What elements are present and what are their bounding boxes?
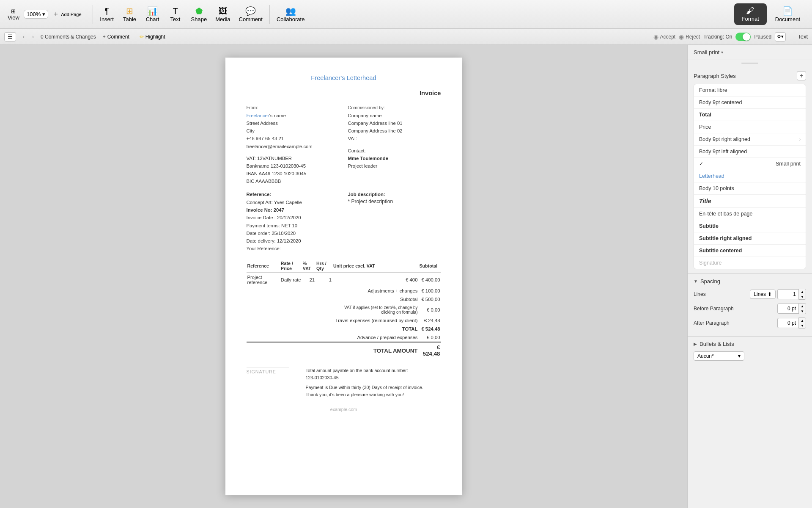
insert-icon: ¶	[104, 6, 109, 16]
chevron-right-icon: ›	[799, 137, 801, 142]
vat-note: VAT if applies (set to zero%, change by …	[332, 304, 418, 316]
after-paragraph-row: After Paragraph ▲ ▼	[694, 318, 806, 329]
zoom-control[interactable]: 100% ▾	[24, 10, 48, 19]
style-label: Subtitle centered	[699, 248, 742, 254]
lines-increment[interactable]: ▲	[799, 289, 806, 294]
lines-select-value: Lines	[754, 291, 766, 297]
style-subtitle[interactable]: Subtitle	[694, 220, 806, 232]
style-total[interactable]: Total	[694, 109, 806, 121]
text-panel-label: Text	[798, 33, 808, 40]
style-en-tete[interactable]: En-tête et bas de page	[694, 208, 806, 220]
reject-button[interactable]: ◉ Reject	[679, 33, 700, 40]
collaborate-label: Collaborate	[277, 16, 305, 22]
style-letterhead[interactable]: Letterhead	[694, 170, 806, 182]
document-canvas: Freelancer's Letterhead Invoice From: Fr…	[0, 45, 687, 508]
format-icon: 🖌	[746, 6, 754, 16]
before-paragraph-row: Before Paragraph ▲ ▼	[694, 303, 806, 314]
after-increment[interactable]: ▲	[799, 318, 806, 323]
company-address: Company name Company Address line 01 Com…	[348, 112, 441, 143]
after-paragraph-input[interactable]	[777, 318, 798, 328]
document-icon: 📄	[782, 6, 793, 16]
after-paragraph-label: After Paragraph	[694, 320, 730, 326]
after-paragraph-buttons: ▲ ▼	[798, 318, 806, 329]
highlight-label: Highlight	[145, 34, 165, 40]
style-body-10[interactable]: Body 10 points	[694, 182, 806, 195]
bullets-title: Bullets & Lists	[700, 341, 734, 347]
before-decrement[interactable]: ▼	[799, 309, 806, 314]
contact-name: Mme Toulemonde	[348, 155, 441, 162]
accept-button[interactable]: ◉ Accept	[653, 33, 676, 40]
add-page-button[interactable]: ＋ Add Page	[49, 8, 85, 20]
shape-button[interactable]: ⬟ Shape	[188, 4, 211, 24]
before-paragraph-input[interactable]	[777, 304, 798, 314]
style-dropdown[interactable]: Small print ▾	[694, 49, 723, 55]
sidebar-toggle[interactable]: ☰	[4, 32, 16, 41]
contact-label: Contact:	[348, 147, 441, 155]
style-label: Body 10 points	[699, 185, 734, 191]
spacing-header[interactable]: ▼ Spacing	[694, 278, 806, 284]
name-suffix: 's name	[269, 113, 286, 118]
format-button[interactable]: 🖌 Format	[734, 3, 767, 25]
style-label: Small print	[776, 161, 801, 167]
document-button[interactable]: 📄 Document	[768, 3, 808, 25]
vat-row: VAT if applies (set to zero%, change by …	[247, 304, 441, 316]
style-small-print[interactable]: Small print	[694, 158, 806, 170]
highlight-button[interactable]: ✏ Highlight	[136, 33, 169, 41]
ref-job-columns: Reference: Concept Art: Yves Capelle Inv…	[247, 192, 441, 252]
chart-button[interactable]: 📊 Chart	[142, 4, 163, 24]
iban: IBAN AA46 1230 1020 3045	[247, 170, 340, 177]
view-icon: ⊞	[11, 8, 16, 14]
style-body-9pt-right[interactable]: Body 9pt right aligned › Body 9pt right …	[694, 133, 806, 146]
style-body-9pt-centered[interactable]: Body 9pt centered	[694, 97, 806, 109]
settings-button[interactable]: ⚙▾	[775, 32, 786, 41]
bullets-select[interactable]: Aucun* ▾	[694, 351, 744, 361]
lines-select[interactable]: Lines ⬆	[750, 290, 776, 299]
nav-prev[interactable]: ‹	[19, 33, 28, 41]
format-label: Format	[742, 16, 759, 22]
th-qty: Hrs / Qty	[315, 259, 332, 273]
date-order: Date order: 25/10/2020	[247, 229, 340, 237]
table-row: Project reference Daily rate 21 1 € 400 …	[247, 273, 441, 287]
table-button[interactable]: ⊞ Table	[119, 4, 140, 24]
style-title[interactable]: Title	[694, 195, 806, 208]
company-addr2: Company Address line 02	[348, 127, 441, 135]
subtotal-row: Subtotal € 500,00	[247, 295, 441, 304]
style-signature[interactable]: Signature	[694, 257, 806, 269]
bullets-select-arrow: ▾	[738, 353, 741, 359]
add-style-icon: +	[799, 72, 803, 80]
media-button[interactable]: 🖼 Media	[212, 5, 233, 24]
before-increment[interactable]: ▲	[799, 304, 806, 309]
payment-note1: Payment is Due within thirty (30) Days o…	[306, 384, 441, 391]
nav-next[interactable]: ›	[29, 33, 37, 41]
after-paragraph-stepper: ▲ ▼	[777, 318, 806, 329]
collaborate-button[interactable]: 👥 Collaborate	[273, 4, 308, 24]
paragraph-styles-title: Paragraph Styles	[694, 73, 736, 79]
spacing-title: Spacing	[700, 278, 720, 284]
add-style-button[interactable]: +	[797, 71, 806, 80]
view-button[interactable]: ⊞ View	[4, 6, 23, 22]
style-price[interactable]: Price	[694, 121, 806, 133]
lines-number-input[interactable]	[777, 289, 798, 299]
vat-block: VAT: 12VATNUMBER Bankname 123-0102030-45…	[247, 155, 340, 185]
style-label: Letterhead	[699, 173, 724, 179]
payment-terms: Payment terms: NET 10	[247, 222, 340, 229]
bullets-header[interactable]: ▶ Bullets & Lists	[694, 341, 806, 347]
insert-button[interactable]: ¶ Insert	[96, 5, 118, 24]
table-label: Table	[123, 16, 136, 22]
lines-decrement[interactable]: ▼	[799, 294, 806, 299]
total-val: € 524,48	[418, 325, 441, 333]
tracking-toggle[interactable]	[735, 33, 751, 41]
text-button[interactable]: T Text	[165, 5, 186, 24]
job-column: Job description: * Project description	[348, 192, 441, 252]
comment-toolbar-button[interactable]: 💬 Comment	[236, 4, 266, 24]
th-subtotal: Subtotal	[418, 259, 441, 273]
after-decrement[interactable]: ▼	[799, 323, 806, 328]
style-subtitle-centered[interactable]: Subtitle centered	[694, 245, 806, 257]
style-format-libre[interactable]: Format libre	[694, 84, 806, 97]
lines-stepper-buttons: ▲ ▼	[798, 289, 806, 300]
accept-circle-icon: ◉	[653, 33, 658, 40]
add-comment-button[interactable]: + Comment	[99, 33, 133, 41]
style-body-9pt-left[interactable]: Body 9pt left aligned	[694, 146, 806, 158]
style-label: En-tête et bas de page	[699, 211, 752, 217]
style-subtitle-right[interactable]: Subtitle right aligned	[694, 232, 806, 245]
